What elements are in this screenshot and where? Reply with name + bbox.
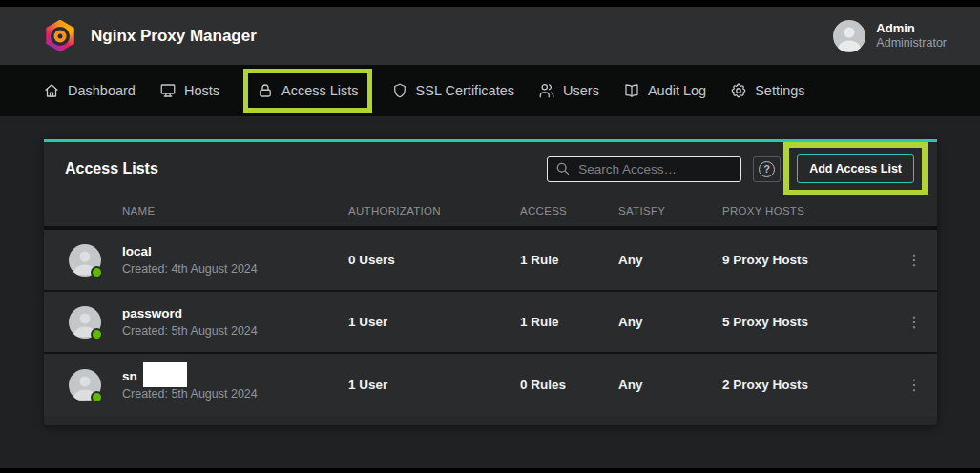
table-row[interactable]: local Created: 4th August 2024 0 Users 1…: [44, 230, 937, 292]
authorization-cell: 1 User: [348, 378, 520, 392]
nav-label: Access Lists: [281, 83, 359, 98]
nav-label: Audit Log: [648, 83, 706, 98]
window-edge-top: [0, 0, 980, 7]
highlight-box-access-lists: Access Lists: [243, 69, 372, 113]
status-dot: [91, 328, 103, 340]
column-header-access: ACCESS: [520, 205, 618, 216]
column-header-satisfy: SATISFY: [618, 205, 722, 216]
status-dot: [91, 266, 103, 278]
add-access-list-button[interactable]: Add Access List: [797, 154, 914, 183]
column-header-authorization: AUTHORIZATION: [348, 205, 520, 216]
nav-item-users[interactable]: Users: [538, 82, 599, 99]
help-icon: ?: [759, 161, 775, 177]
access-cell: 1 Rule: [520, 315, 618, 329]
window-edge-bottom: [0, 468, 980, 473]
satisfy-cell: Any: [618, 253, 722, 267]
table-row[interactable]: password Created: 5th August 2024 1 User…: [44, 292, 937, 354]
nav-item-access-lists[interactable]: Access Lists: [257, 82, 359, 99]
user-role: Administrator: [876, 36, 947, 51]
row-avatar: [69, 306, 101, 339]
panel-header: Access Lists ? Add Access List: [44, 142, 937, 195]
page-title: Access Lists: [65, 160, 158, 177]
authorization-cell: 1 User: [348, 315, 520, 329]
gear-icon: [730, 82, 747, 99]
table-header-row: NAME AUTHORIZATION ACCESS SATISFY PROXY …: [44, 195, 937, 230]
proxy-hosts-cell: 5 Proxy Hosts: [722, 315, 905, 329]
satisfy-cell: Any: [618, 378, 722, 392]
users-icon: [538, 82, 555, 99]
row-menu-icon[interactable]: ⋮: [905, 378, 924, 393]
user-avatar: [833, 20, 865, 52]
app-logo-icon: [45, 20, 75, 52]
search-box: [547, 156, 741, 182]
access-list-name: sn: [122, 369, 137, 383]
nav-item-hosts[interactable]: Hosts: [159, 82, 219, 99]
created-date: Created: 5th August 2024: [122, 323, 348, 340]
user-menu[interactable]: Admin Administrator: [833, 20, 947, 52]
nav-label: Settings: [755, 83, 804, 98]
row-menu-icon[interactable]: ⋮: [905, 315, 924, 330]
row-avatar: [69, 369, 101, 401]
nav-label: SSL Certificates: [416, 83, 514, 98]
created-date: Created: 5th August 2024: [122, 386, 348, 403]
lock-icon: [257, 82, 274, 99]
authorization-cell: 0 Users: [348, 253, 520, 267]
main-nav: Dashboard Hosts Access Lists SSL Certifi…: [0, 65, 980, 116]
row-menu-icon[interactable]: ⋮: [905, 253, 924, 268]
nav-item-audit-log[interactable]: Audit Log: [623, 82, 706, 99]
help-button[interactable]: ?: [753, 156, 781, 182]
nav-label: Users: [563, 83, 599, 98]
monitor-icon: [159, 82, 177, 99]
access-lists-panel: Access Lists ? Add Access List NAME AUTH…: [44, 139, 937, 425]
app-header: Nginx Proxy Manager Admin Administrator: [0, 7, 980, 65]
nav-item-dashboard[interactable]: Dashboard: [43, 82, 136, 99]
user-name: Admin: [876, 21, 947, 36]
redaction-box: [143, 362, 187, 387]
shield-icon: [391, 82, 408, 99]
access-list-name: local: [122, 242, 348, 261]
satisfy-cell: Any: [618, 315, 722, 329]
created-date: Created: 4th August 2024: [122, 261, 348, 278]
search-icon: [555, 161, 571, 176]
proxy-hosts-cell: 2 Proxy Hosts: [722, 378, 905, 392]
book-icon: [623, 82, 640, 99]
nav-item-settings[interactable]: Settings: [730, 82, 804, 99]
access-cell: 0 Rules: [520, 378, 618, 392]
nav-label: Dashboard: [68, 83, 136, 98]
column-header-proxy-hosts: PROXY HOSTS: [722, 205, 905, 216]
highlight-box-add-access-list: Add Access List: [783, 142, 928, 195]
nav-item-ssl-certificates[interactable]: SSL Certificates: [391, 82, 514, 99]
status-dot: [91, 391, 103, 403]
search-input[interactable]: [578, 162, 733, 176]
access-list-name: password: [122, 304, 348, 323]
access-cell: 1 Rule: [520, 253, 618, 267]
app-title: Nginx Proxy Manager: [91, 27, 257, 46]
column-header-name: NAME: [122, 205, 348, 216]
home-icon: [43, 82, 60, 99]
proxy-hosts-cell: 9 Proxy Hosts: [722, 253, 905, 267]
row-avatar: [69, 244, 101, 277]
nav-label: Hosts: [184, 83, 219, 98]
table-row[interactable]: sn Created: 5th August 2024 1 User 0 Rul…: [44, 354, 937, 416]
